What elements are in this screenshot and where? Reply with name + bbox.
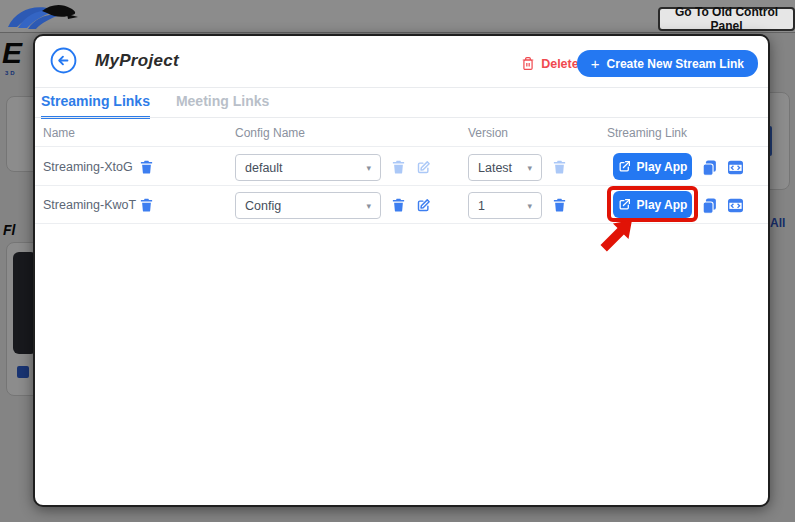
arrow-left-circle-icon [50,47,77,74]
go-to-old-control-panel-button[interactable]: Go To Old Control Panel [658,7,795,31]
config-name-select[interactable]: default ▾ [235,154,381,181]
config-name-value: default [245,161,283,175]
back-button[interactable] [50,47,77,74]
version-select[interactable]: Latest ▾ [468,154,542,181]
delete-stream-button[interactable] [137,158,155,176]
tab-meeting-links[interactable]: Meeting Links [176,93,269,119]
column-header-version: Version [468,126,508,140]
trash-icon [552,159,567,175]
edit-config-button[interactable] [414,158,432,176]
table-row: Streaming-XtoG default ▾ [35,148,768,186]
delete-version-button[interactable] [550,158,568,176]
version-select[interactable]: 1 ▾ [468,192,542,219]
column-header-streaming-link: Streaming Link [607,126,687,140]
embed-code-button[interactable] [726,158,744,176]
page-title: MyProject [95,51,179,71]
app-logo [4,1,80,31]
chevron-down-icon: ▾ [366,163,371,173]
trash-icon [139,197,154,213]
create-new-stream-link-button[interactable]: + Create New Stream Link [577,50,758,77]
tab-bar: Streaming Links Meeting Links [41,93,269,119]
trash-icon [391,159,406,175]
version-value: Latest [478,161,512,175]
version-value: 1 [478,199,485,213]
play-app-button[interactable]: Play App [613,153,692,180]
stream-name: Streaming-KwoT [43,198,136,212]
copy-icon [701,197,718,214]
external-link-icon [618,198,631,211]
play-app-button[interactable]: Play App [613,191,692,218]
eagle-wave-logo-icon [4,1,80,31]
create-new-stream-link-label: Create New Stream Link [607,57,744,71]
column-header-name: Name [43,126,75,140]
stream-name: Streaming-XtoG [43,160,133,174]
plus-icon: + [591,55,600,72]
trash-icon [139,159,154,175]
config-name-select[interactable]: Config ▾ [235,192,381,219]
embed-code-icon [727,160,744,175]
header-divider [35,87,768,88]
config-name-value: Config [245,199,281,213]
chevron-down-icon: ▾ [527,163,532,173]
copy-icon [701,159,718,176]
embed-code-icon [727,198,744,213]
play-app-label: Play App [637,160,688,174]
edit-config-button[interactable] [414,196,432,214]
delete-config-button[interactable] [389,158,407,176]
trash-icon [391,197,406,213]
chevron-down-icon: ▾ [366,201,371,211]
tab-streaming-links[interactable]: Streaming Links [41,93,150,119]
delete-stream-button[interactable] [137,196,155,214]
column-header-config-name: Config Name [235,126,305,140]
external-link-icon [618,160,631,173]
copy-link-button[interactable] [700,158,718,176]
chevron-down-icon: ▾ [527,201,532,211]
edit-icon [416,160,431,175]
copy-link-button[interactable] [700,196,718,214]
embed-code-button[interactable] [726,196,744,214]
delete-version-button[interactable] [550,196,568,214]
edit-icon [416,198,431,213]
trash-icon [552,197,567,213]
table-row: Streaming-KwoT Config ▾ [35,186,768,224]
play-app-label: Play App [637,198,688,212]
project-modal: MyProject Delete App + Create New Stream… [33,34,770,507]
table-header: Name Config Name Version Streaming Link [35,118,768,147]
delete-config-button[interactable] [389,196,407,214]
screen: E 3D Fl All Go To Old Control Panel [0,0,795,522]
trash-icon [521,56,535,71]
